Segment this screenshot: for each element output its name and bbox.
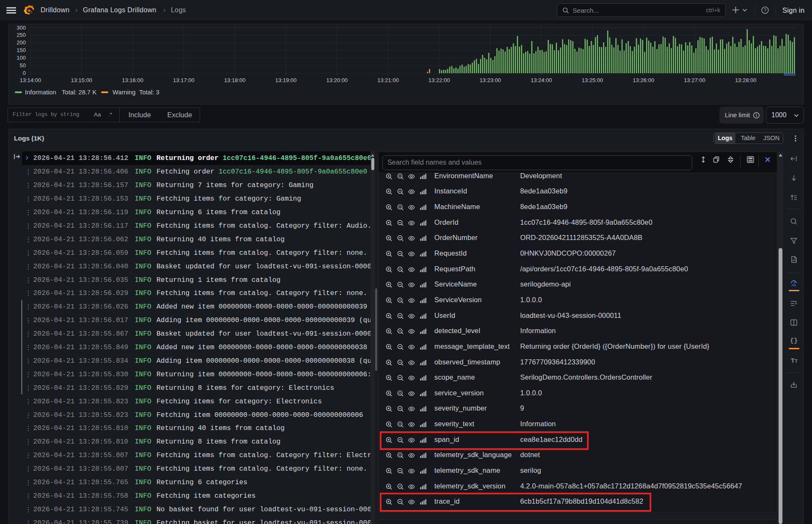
svg-text:LOG: LOG: [792, 259, 796, 262]
svg-text:ms: ms: [792, 283, 796, 287]
